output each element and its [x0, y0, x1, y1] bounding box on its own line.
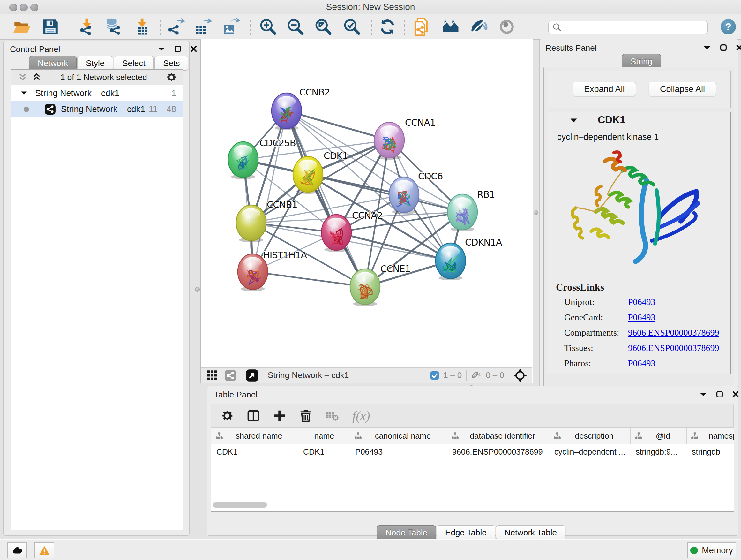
- cell-shared-name[interactable]: CDK1: [211, 444, 298, 459]
- network-view-mode-icon[interactable]: [224, 369, 237, 381]
- network-node-CCNB2[interactable]: [272, 93, 301, 130]
- search-field[interactable]: [548, 21, 708, 34]
- column-header[interactable]: canonical name: [350, 428, 447, 444]
- zoom-selected-icon[interactable]: [343, 18, 361, 36]
- network-edge-HIST1H1A-CCNE1[interactable]: [253, 272, 365, 287]
- tab-network[interactable]: Network: [29, 56, 77, 71]
- crosslink-row: Tissues: 9606.ENSP00000378699: [564, 343, 724, 353]
- open-session-icon[interactable]: [13, 18, 30, 36]
- collapse-all-tree-icon[interactable]: [32, 72, 42, 82]
- add-column-icon[interactable]: [273, 409, 286, 422]
- column-header[interactable]: @id: [630, 428, 687, 444]
- cell-description[interactable]: cyclin–dependent ...: [549, 444, 630, 459]
- crosslink-value-link[interactable]: P06493: [628, 297, 656, 307]
- apply-layout-refresh-icon[interactable]: [379, 18, 396, 36]
- network-collection-row[interactable]: String Network – cdk1 1: [11, 85, 183, 101]
- panel-maximize-icon[interactable]: [716, 390, 724, 398]
- panel-float-icon[interactable]: [703, 44, 711, 51]
- help-button[interactable]: ?: [721, 19, 736, 35]
- grid-view-icon[interactable]: [206, 370, 218, 381]
- gene-entry-expander-icon[interactable]: [569, 117, 578, 124]
- show-eye-icon[interactable]: [498, 18, 516, 36]
- cell-namespace[interactable]: stringdb: [687, 444, 734, 459]
- export-table-icon[interactable]: [194, 18, 212, 36]
- network-canvas[interactable]: CCNB2CCNA1CDC25BCDK1CDC6RB1CCNB1CCNA2CDK…: [201, 39, 532, 368]
- tab-edge-table[interactable]: Edge Table: [436, 525, 495, 540]
- column-header[interactable]: name: [298, 428, 350, 444]
- tab-select[interactable]: Select: [114, 56, 154, 71]
- crosslink-value-link[interactable]: P06493: [628, 312, 656, 322]
- show-columns-icon[interactable]: [247, 409, 260, 422]
- export-image-icon[interactable]: [222, 18, 240, 36]
- column-header[interactable]: description: [549, 428, 630, 444]
- string-import-icon[interactable]: [413, 18, 431, 36]
- tab-network-table[interactable]: Network Table: [496, 525, 565, 540]
- cell-id[interactable]: stringdb:9...: [630, 444, 687, 459]
- tab-style[interactable]: Style: [77, 56, 113, 71]
- import-network-icon[interactable]: [77, 18, 95, 36]
- horizontal-scrollbar-thumb[interactable]: [213, 502, 267, 508]
- cell-canonical-name[interactable]: P06493: [350, 444, 447, 459]
- memory-button[interactable]: Memory: [687, 543, 736, 558]
- results-panel-title: Results Panel: [545, 43, 596, 53]
- node-label-CCNA1: CCNA1: [405, 117, 435, 128]
- crosslink-value-link[interactable]: 9606.ENSP00000378699: [628, 343, 719, 353]
- network-node-CCNB1[interactable]: [236, 205, 266, 242]
- tree-options-gear-icon[interactable]: [166, 72, 177, 83]
- zoom-out-icon[interactable]: [286, 18, 305, 36]
- network-node-CDKN1A[interactable]: [435, 243, 466, 280]
- left-splitter-grip[interactable]: [195, 287, 200, 292]
- panel-float-icon[interactable]: [157, 45, 165, 52]
- search-input[interactable]: [564, 23, 708, 32]
- network-node-RB1[interactable]: [448, 194, 477, 232]
- table-row[interactable]: CDK1 CDK1 P06493 9606.ENSP00000378699 cy…: [211, 444, 734, 459]
- network-row[interactable]: String Network – cdk1 11 48: [11, 101, 183, 117]
- column-header[interactable]: shared name: [211, 428, 298, 444]
- column-header[interactable]: namespace: [687, 428, 734, 444]
- expand-all-tree-icon[interactable]: [18, 72, 27, 82]
- warnings-button[interactable]: [35, 543, 54, 558]
- export-network-icon[interactable]: [167, 18, 185, 36]
- node-label-CDC25B: CDC25B: [259, 138, 296, 148]
- network-edge-CCNB2-HIST1H1A[interactable]: [253, 111, 286, 272]
- import-network-from-database-icon[interactable]: [105, 18, 122, 36]
- import-table-icon[interactable]: [133, 18, 151, 36]
- tab-node-table[interactable]: Node Table: [377, 525, 436, 540]
- expand-all-button[interactable]: Expand All: [573, 82, 636, 97]
- hide-glass-icon[interactable]: [470, 18, 488, 36]
- network-node-CCNE1[interactable]: [350, 269, 380, 306]
- panel-maximize-icon[interactable]: [174, 45, 182, 53]
- gene-entry-body: cyclin–dependent kinase 1: [550, 129, 728, 364]
- tab-sets[interactable]: Sets: [154, 56, 188, 71]
- string-home-icon[interactable]: [442, 18, 460, 36]
- network-node-CCNA1[interactable]: [374, 122, 404, 160]
- panel-maximize-icon[interactable]: [720, 44, 727, 51]
- birdseye-view-icon[interactable]: [246, 369, 259, 382]
- collection-expander-icon[interactable]: [20, 90, 27, 96]
- zoom-in-icon[interactable]: [259, 18, 277, 36]
- node-table: shared name name canonical name database…: [211, 428, 734, 512]
- right-splitter-grip[interactable]: [534, 210, 538, 215]
- selected-items-checkbox-icon[interactable]: [430, 371, 440, 380]
- panel-close-icon[interactable]: [732, 390, 739, 398]
- panel-float-icon[interactable]: [699, 391, 708, 398]
- network-node-CDC25B[interactable]: [228, 142, 258, 179]
- cell-name[interactable]: CDK1: [298, 444, 350, 459]
- node-label-CCNA2: CCNA2: [352, 210, 382, 221]
- panel-close-icon[interactable]: [736, 44, 741, 51]
- column-header[interactable]: database identifier: [447, 428, 549, 444]
- pan-crosshair-icon[interactable]: [514, 369, 527, 382]
- cell-database-identifier[interactable]: 9606.ENSP00000378699: [447, 444, 549, 459]
- crosslink-value-link[interactable]: 9606.ENSP00000378699: [628, 327, 719, 338]
- save-session-icon[interactable]: [42, 18, 59, 36]
- cloud-status-button[interactable]: [7, 543, 27, 558]
- hidden-items-icon[interactable]: [471, 370, 482, 381]
- delete-column-icon[interactable]: [299, 409, 312, 422]
- delete-table-icon[interactable]: [326, 409, 339, 422]
- panel-close-icon[interactable]: [190, 45, 198, 53]
- zoom-fit-icon[interactable]: [314, 18, 332, 36]
- table-options-gear-icon[interactable]: [221, 409, 233, 422]
- crosslink-value-link[interactable]: P06493: [628, 358, 656, 368]
- collapse-all-button[interactable]: Collapse All: [649, 82, 716, 97]
- toolbar-separator: [68, 19, 68, 35]
